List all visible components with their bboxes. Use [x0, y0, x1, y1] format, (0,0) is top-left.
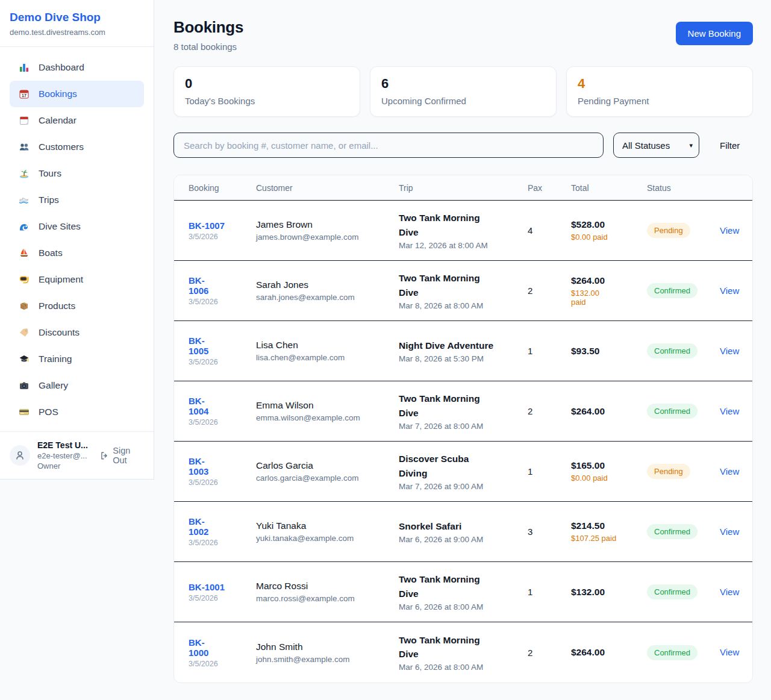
total-amount: $93.50 — [571, 346, 641, 357]
table-row: BK- 1005 3/5/2026 Lisa Chen lisa.chen@ex… — [174, 321, 752, 381]
sidebar-item-trips[interactable]: Trips — [10, 187, 144, 213]
stat-card-upcoming-confirmed: 6 Upcoming Confirmed — [370, 66, 557, 117]
total-amount: $264.00 — [571, 275, 641, 286]
filter-button[interactable]: Filter — [720, 140, 740, 151]
sidebar-item-training[interactable]: Training — [10, 346, 144, 372]
view-link[interactable]: View — [720, 587, 739, 597]
customer-email: marco.rossi@example.com — [256, 594, 393, 603]
booking-id-link[interactable]: BK- 1004 — [189, 396, 250, 416]
user-name: E2E Test U... — [37, 440, 91, 450]
sidebar-item-boats[interactable]: Boats — [10, 240, 144, 266]
booking-date: 3/5/2026 — [189, 358, 250, 366]
trip-name: Two Tank Morning Dive — [399, 271, 522, 299]
customer-name: Emma Wilson — [256, 400, 393, 411]
paid-amount: $132.00 paid — [571, 289, 641, 307]
sidebar-item-calendar[interactable]: Calendar — [10, 107, 144, 134]
sidebar-item-gallery[interactable]: Gallery — [10, 372, 144, 399]
gallery-icon — [18, 380, 30, 392]
paid-amount: $0.00 paid — [571, 473, 641, 483]
bookings-table: Booking Customer Trip Pax Total Status B… — [173, 175, 753, 683]
new-booking-button[interactable]: New Booking — [676, 22, 753, 45]
trip-name: Two Tank Morning Dive — [399, 633, 522, 661]
booking-id-link[interactable]: BK-1001 — [189, 582, 250, 592]
pax-count: 1 — [528, 346, 571, 356]
view-link[interactable]: View — [720, 406, 739, 416]
sidebar-item-products[interactable]: Products — [10, 293, 144, 319]
view-link[interactable]: View — [720, 527, 739, 537]
booking-id-link[interactable]: BK- 1005 — [189, 336, 250, 356]
user-role: Owner — [37, 461, 91, 470]
table-header: Booking Customer Trip Pax Total Status — [174, 175, 752, 201]
trip-datetime: Mar 6, 2026 at 9:00 AM — [399, 535, 522, 544]
sidebar-item-customers[interactable]: Customers — [10, 134, 144, 160]
column-header-status: Status — [647, 183, 720, 193]
booking-date: 3/5/2026 — [189, 233, 250, 241]
pax-count: 4 — [528, 225, 571, 236]
booking-id-link[interactable]: BK- 1006 — [189, 275, 250, 296]
view-link[interactable]: View — [720, 346, 739, 356]
booking-id-link[interactable]: BK- 1000 — [189, 637, 250, 658]
booking-date: 3/5/2026 — [189, 478, 250, 487]
sidebar-item-equipment[interactable]: Equipment — [10, 266, 144, 293]
avatar — [10, 445, 30, 466]
stat-value: 6 — [381, 76, 545, 92]
sidebar-item-pos[interactable]: POS — [10, 399, 144, 425]
products-icon — [18, 300, 30, 312]
sign-out-icon — [99, 451, 109, 461]
customer-name: Marco Rossi — [256, 581, 393, 592]
stat-value: 4 — [578, 76, 741, 92]
sidebar: Demo Dive Shop demo.test.divestreams.com… — [0, 0, 154, 480]
status-badge: Pending — [647, 464, 690, 479]
booking-date: 3/5/2026 — [189, 660, 250, 668]
customer-name: Carlos Garcia — [256, 460, 393, 471]
filter-row: All Statuses ▾ Filter — [173, 133, 753, 158]
sidebar-item-tours[interactable]: Tours — [10, 160, 144, 187]
booking-date: 3/5/2026 — [189, 539, 250, 547]
shop-domain: demo.test.divestreams.com — [10, 28, 144, 37]
view-link[interactable]: View — [720, 466, 739, 477]
page-title: Bookings — [173, 18, 243, 37]
booking-id-link[interactable]: BK-1007 — [189, 220, 250, 231]
status-select[interactable]: All Statuses — [613, 133, 699, 158]
view-link[interactable]: View — [720, 647, 739, 657]
stat-label: Today's Bookings — [185, 96, 349, 106]
total-amount: $264.00 — [571, 406, 641, 417]
status-badge: Confirmed — [647, 645, 698, 660]
sign-out-button[interactable]: Sign Out — [99, 446, 144, 465]
page-subtitle: 8 total bookings — [173, 42, 243, 52]
booking-date: 3/5/2026 — [189, 594, 250, 602]
status-badge: Confirmed — [647, 343, 698, 358]
table-row: BK- 1003 3/5/2026 Carlos Garcia carlos.g… — [174, 442, 752, 502]
customer-email: sarah.jones@example.com — [256, 293, 393, 302]
stat-card-todays-bookings: 0 Today's Bookings — [173, 66, 360, 117]
booking-id-link[interactable]: BK- 1003 — [189, 456, 250, 477]
page-header: Bookings 8 total bookings New Booking — [173, 18, 753, 52]
trip-name: Two Tank Morning Dive — [399, 211, 522, 239]
trip-datetime: Mar 7, 2026 at 8:00 AM — [399, 422, 522, 431]
table-row: BK-1007 3/5/2026 James Brown james.brown… — [174, 201, 752, 261]
sidebar-item-discounts[interactable]: Discounts — [10, 319, 144, 346]
customer-email: james.brown@example.com — [256, 233, 393, 242]
sidebar-item-dashboard[interactable]: Dashboard — [10, 54, 144, 81]
stat-label: Upcoming Confirmed — [381, 96, 545, 106]
status-badge: Confirmed — [647, 584, 698, 599]
paid-amount: $107.25 paid — [571, 534, 641, 543]
customers-icon — [18, 141, 30, 153]
pax-count: 2 — [528, 648, 571, 658]
search-input[interactable] — [173, 133, 604, 158]
sidebar-item-dive-sites[interactable]: Dive Sites — [10, 213, 144, 240]
booking-id-link[interactable]: BK- 1002 — [189, 516, 250, 537]
tours-icon — [18, 167, 30, 180]
discounts-icon — [18, 327, 30, 339]
view-link[interactable]: View — [720, 286, 739, 296]
sidebar-item-bookings[interactable]: 17 Bookings — [10, 81, 144, 107]
user-info: E2E Test U... e2e-tester@... Owner — [37, 440, 91, 470]
total-amount: $214.50 — [571, 520, 641, 531]
shop-name: Demo Dive Shop — [10, 11, 144, 24]
dive-sites-icon — [18, 220, 30, 233]
trip-datetime: Mar 7, 2026 at 9:00 AM — [399, 482, 522, 491]
column-header-pax: Pax — [528, 183, 571, 193]
customer-email: lisa.chen@example.com — [256, 353, 393, 362]
trip-name: Night Dive Adventure — [399, 339, 522, 352]
view-link[interactable]: View — [720, 225, 739, 236]
